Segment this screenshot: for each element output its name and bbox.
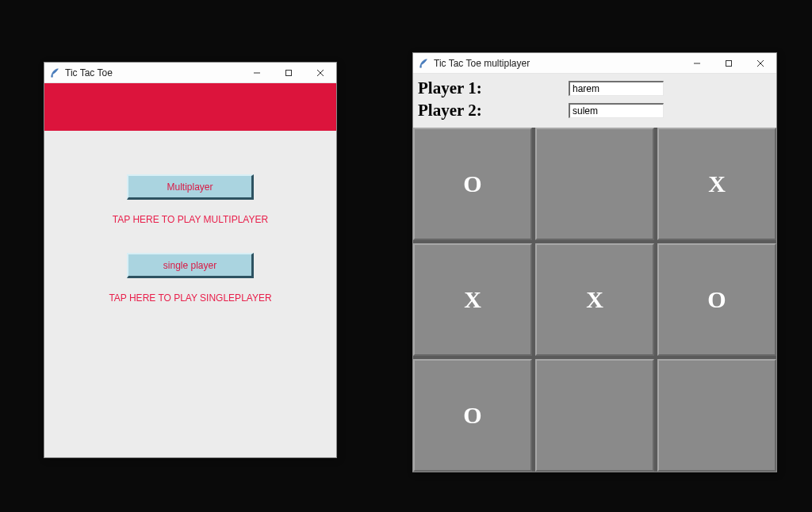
- singleplayer-caption: TAP HERE TO PLAY SINGLEPLAYER: [109, 292, 271, 304]
- cell-3[interactable]: X: [413, 243, 532, 356]
- window-controls: [681, 53, 776, 73]
- close-button[interactable]: [745, 53, 776, 73]
- player2-label: Player 2:: [418, 101, 569, 120]
- minimize-button[interactable]: [241, 63, 273, 82]
- player1-label: Player 1:: [418, 78, 569, 98]
- tk-feather-icon: [49, 67, 60, 78]
- maximize-button[interactable]: [713, 53, 745, 73]
- game-board: O X X X O O: [413, 128, 776, 472]
- cell-8[interactable]: [657, 359, 776, 472]
- player-inputs-area: Player 1: Player 2:: [413, 74, 776, 128]
- svg-rect-5: [726, 60, 732, 66]
- window-body: Multiplayer TAP HERE TO PLAY MULTIPLAYER…: [44, 83, 336, 457]
- maximize-button[interactable]: [273, 63, 304, 82]
- close-button[interactable]: [304, 63, 336, 82]
- cell-2[interactable]: X: [657, 128, 776, 240]
- tk-feather-icon: [418, 58, 429, 69]
- cell-5[interactable]: O: [657, 243, 776, 356]
- player2-row: Player 2:: [418, 99, 772, 121]
- cell-1[interactable]: [535, 128, 654, 240]
- window-multiplayer-game: Tic Tac Toe multiplayer Player 1: Player…: [412, 52, 777, 472]
- window-body: Player 1: Player 2: O X X X O O: [413, 74, 776, 472]
- window-controls: [241, 63, 336, 82]
- player1-input[interactable]: [569, 81, 664, 96]
- multiplayer-button[interactable]: Multiplayer: [127, 174, 254, 200]
- singleplayer-button[interactable]: single player: [127, 253, 254, 278]
- cell-6[interactable]: O: [413, 359, 532, 472]
- titlebar: Tic Tac Toe multiplayer: [413, 53, 776, 74]
- player1-row: Player 1:: [418, 77, 772, 99]
- cell-4[interactable]: X: [535, 243, 654, 356]
- menu-area: Multiplayer TAP HERE TO PLAY MULTIPLAYER…: [44, 131, 336, 457]
- cell-0[interactable]: O: [413, 128, 532, 240]
- svg-rect-1: [286, 70, 292, 75]
- cell-7[interactable]: [535, 359, 654, 472]
- window-title: Tic Tac Toe: [65, 67, 241, 78]
- window-main-menu: Tic Tac Toe Multiplayer TAP HERE TO PLAY…: [44, 62, 337, 458]
- player2-input[interactable]: [569, 103, 664, 118]
- minimize-button[interactable]: [681, 53, 713, 73]
- multiplayer-caption: TAP HERE TO PLAY MULTIPLAYER: [113, 214, 268, 225]
- titlebar: Tic Tac Toe: [44, 63, 336, 83]
- banner: [44, 83, 336, 131]
- window-title: Tic Tac Toe multiplayer: [434, 58, 681, 69]
